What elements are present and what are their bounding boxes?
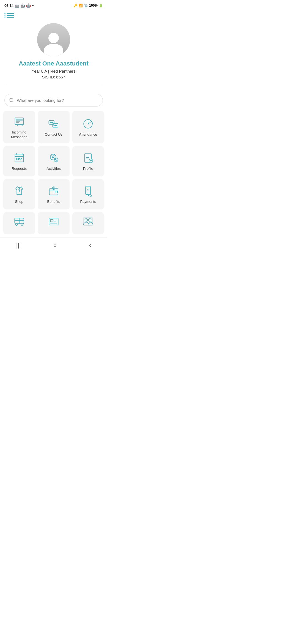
- incoming-messages-label: IncomingMessages: [11, 130, 27, 140]
- activities-icon: [48, 152, 59, 164]
- svg-marker-29: [52, 156, 54, 158]
- benefits-label: Benefits: [47, 200, 60, 204]
- grid-item-incoming-messages[interactable]: IncomingMessages: [3, 111, 35, 143]
- android-icon-3: 🤖: [26, 3, 31, 8]
- grid-item-payments[interactable]: $ Payments: [72, 179, 104, 209]
- search-box[interactable]: [4, 94, 103, 107]
- svg-point-23: [18, 158, 19, 159]
- attendance-label: Attendance: [79, 132, 97, 137]
- menu-dot: [4, 17, 6, 18]
- requests-label: Requests: [12, 167, 27, 171]
- search-container: [0, 94, 107, 111]
- android-icon-1: 🤖: [15, 3, 19, 8]
- section-divider: [6, 84, 102, 84]
- menu-bar: [7, 13, 14, 14]
- grid-item-id-card[interactable]: [38, 212, 69, 234]
- grid-item-benefits[interactable]: $ Benefits: [38, 179, 69, 209]
- partial-grid: [0, 212, 107, 234]
- avatar-body: [44, 44, 63, 56]
- android-icon-2: 🤖: [20, 3, 25, 8]
- student-id: SIS ID: 6667: [42, 75, 65, 79]
- svg-point-26: [16, 159, 17, 160]
- grid-item-requests[interactable]: Requests: [3, 146, 35, 176]
- svg-rect-56: [50, 219, 53, 222]
- svg-point-15: [55, 125, 56, 126]
- svg-point-14: [54, 125, 54, 126]
- svg-point-10: [50, 122, 51, 123]
- menu-dot: [4, 13, 6, 14]
- grid-item-shop[interactable]: Shop: [3, 179, 35, 209]
- student-name: Aaatest One Aaastudent: [19, 60, 88, 67]
- svg-line-32: [54, 158, 54, 159]
- svg-point-60: [85, 219, 88, 221]
- svg-rect-62: [84, 218, 93, 225]
- key-icon: 🔑: [73, 4, 78, 7]
- grid-item-bus[interactable]: [3, 212, 35, 234]
- contact-us-icon: [48, 118, 59, 130]
- grid-item-attendance[interactable]: Attendance: [72, 111, 104, 143]
- svg-point-22: [16, 158, 17, 159]
- hamburger-menu-button[interactable]: [4, 13, 14, 18]
- svg-line-31: [54, 156, 55, 157]
- attendance-icon: [82, 118, 94, 130]
- shop-icon: [13, 185, 25, 197]
- main-grid: IncomingMessages Contact Us: [0, 111, 107, 209]
- svg-point-11: [51, 122, 52, 123]
- svg-text:$: $: [87, 189, 89, 191]
- notification-dot: [32, 5, 34, 6]
- svg-point-27: [18, 159, 19, 160]
- benefits-icon: $: [48, 185, 59, 197]
- incoming-messages-icon: [13, 116, 25, 127]
- search-icon: [9, 97, 14, 103]
- battery-icon: 🔋: [99, 4, 103, 7]
- menu-line-1: [4, 13, 14, 14]
- payments-label: Payments: [80, 200, 96, 204]
- svg-point-61: [89, 219, 91, 221]
- status-bar: 06:14 🤖 🤖 🤖 🔑 📶 📡 100% 🔋: [0, 0, 107, 10]
- contact-us-label: Contact Us: [45, 132, 62, 137]
- svg-point-24: [19, 158, 20, 159]
- avatar: [37, 23, 70, 56]
- requests-icon: [13, 152, 25, 164]
- svg-point-16: [56, 125, 57, 126]
- avatar-silhouette: [44, 33, 63, 56]
- menu-bar: [7, 17, 14, 18]
- group-icon: [82, 217, 94, 226]
- menu-line-2: [4, 15, 14, 16]
- bottom-navigation: ||| ○ ‹: [0, 238, 107, 252]
- payments-icon: $: [82, 185, 94, 197]
- svg-rect-2: [15, 118, 24, 125]
- svg-text:$: $: [53, 187, 54, 189]
- home-button[interactable]: ○: [53, 242, 57, 249]
- shop-label: Shop: [15, 200, 23, 204]
- top-navigation: [0, 10, 107, 20]
- bus-icon: [14, 217, 25, 226]
- grid-item-contact-us[interactable]: Contact Us: [38, 111, 69, 143]
- grid-item-activities[interactable]: Activities: [38, 146, 69, 176]
- profile-section: Aaatest One Aaastudent Year 8 A | Red Pa…: [0, 20, 107, 94]
- signal-icon: 📡: [84, 4, 88, 7]
- grid-item-group[interactable]: [72, 212, 104, 234]
- wifi-icon: 📶: [79, 4, 83, 7]
- svg-line-1: [13, 101, 13, 102]
- svg-point-12: [52, 122, 53, 123]
- id-card-icon: [48, 217, 59, 226]
- svg-point-25: [21, 158, 21, 159]
- grid-item-profile[interactable]: Profile: [72, 146, 104, 176]
- search-input[interactable]: [17, 98, 98, 103]
- battery-display: 100%: [89, 4, 98, 7]
- svg-line-34: [51, 156, 52, 157]
- menu-bar: [7, 15, 14, 16]
- svg-point-54: [21, 223, 23, 225]
- student-class: Year 8 A | Red Panthers: [32, 69, 75, 73]
- menu-line-3: [4, 17, 14, 18]
- svg-rect-46: [55, 191, 57, 193]
- profile-icon: [82, 152, 94, 164]
- activities-label: Activities: [46, 167, 61, 171]
- recents-button[interactable]: |||: [16, 242, 21, 249]
- status-right: 🔑 📶 📡 100% 🔋: [73, 4, 103, 7]
- svg-point-53: [15, 223, 17, 225]
- back-button[interactable]: ‹: [89, 242, 91, 249]
- svg-line-33: [52, 158, 53, 159]
- time-display: 06:14: [4, 4, 13, 8]
